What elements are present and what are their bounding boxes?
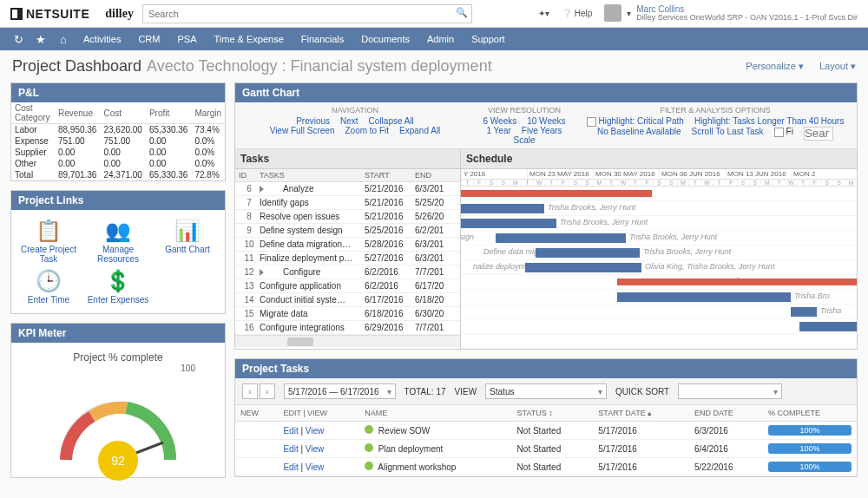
feedback-icon[interactable]: ✦▾ <box>538 9 549 18</box>
quicksort-dropdown[interactable]: ▾ <box>678 383 782 399</box>
pager-next[interactable]: › <box>260 383 275 399</box>
task-row[interactable]: 11Finalize deployment p…5/27/20166/3/201 <box>235 252 460 265</box>
table-row: Edit | View Review SOWNot Started5/17/20… <box>235 422 857 440</box>
nav-crm[interactable]: CRM <box>131 34 167 44</box>
task-row[interactable]: 7Identify gaps5/21/20165/25/20 <box>235 196 460 210</box>
gantt-bar[interactable] <box>799 322 857 331</box>
nav-activities[interactable]: Activities <box>76 34 128 44</box>
nav-support[interactable]: Support <box>464 34 512 44</box>
personalize-link[interactable]: Personalize ▾ <box>746 61 804 72</box>
gantt-fit[interactable]: Zoom to Fit <box>345 126 390 135</box>
filter-fi-check[interactable]: Fi <box>774 127 793 141</box>
kpi-max: 100 <box>20 364 216 373</box>
partner-logo: dilley <box>105 7 134 21</box>
edit-link[interactable]: Edit <box>283 426 298 436</box>
search-icon[interactable]: 🔍 <box>456 7 468 18</box>
gantt-collapse[interactable]: Collapse All <box>369 116 414 126</box>
layout-link[interactable]: Layout ▾ <box>819 61 856 72</box>
gantt-next[interactable]: Next <box>340 116 358 126</box>
project-tasks-table: NEW EDIT | VIEW NAME STATUS ↕ START DATE… <box>235 405 857 476</box>
scroll-last-link[interactable]: Scroll To Last Task <box>692 127 764 141</box>
date-range-dropdown[interactable]: 5/17/2016 — 6/17/2016▾ <box>284 383 396 399</box>
status-dot <box>365 462 373 470</box>
create-project-task-link[interactable]: 📋Create Project Task <box>16 219 81 264</box>
gantt-search[interactable] <box>804 127 833 141</box>
nav-admin[interactable]: Admin <box>420 34 461 44</box>
edit-link[interactable]: Edit <box>283 444 298 454</box>
manage-resources-link[interactable]: 👥Manage Resources <box>86 219 150 264</box>
gantt-6w[interactable]: 6 Weeks <box>483 116 516 126</box>
gantt-scale[interactable]: Scale <box>513 135 535 145</box>
gantt-bar[interactable] <box>461 219 556 228</box>
help-link[interactable]: ❔ Help <box>562 9 592 18</box>
gantt-fullscreen[interactable]: View Full Screen <box>270 126 335 135</box>
gantt-bar[interactable] <box>496 233 626 243</box>
gantt-bar[interactable] <box>791 307 817 317</box>
chevron-down-icon[interactable]: ▾ <box>627 9 631 18</box>
avatar <box>604 4 621 22</box>
star-icon[interactable]: ★ <box>31 33 50 46</box>
long-tasks-link[interactable]: Highlight: Tasks Longer Than 40 Hours <box>694 116 845 127</box>
nav-financials[interactable]: Financials <box>294 34 352 44</box>
search-input[interactable] <box>142 4 472 23</box>
gantt-bar[interactable] <box>461 190 652 197</box>
nav-time-expense[interactable]: Time & Expense <box>207 34 290 44</box>
task-row[interactable]: 15Migrate data6/18/20166/30/20 <box>235 307 460 321</box>
gantt-bar[interactable] <box>461 204 544 213</box>
gantt-prev[interactable]: Previous <box>296 116 330 126</box>
gantt-10w[interactable]: 10 Weeks <box>527 116 565 126</box>
enter-time-link[interactable]: 🕒Enter Time <box>16 269 81 305</box>
gantt-bar[interactable] <box>536 248 640 258</box>
pct-badge: 100% <box>768 425 852 436</box>
gantt-1y[interactable]: 1 Year <box>486 126 510 135</box>
pct-badge: 100% <box>768 443 852 454</box>
gantt-chart-link[interactable]: 📊Gantt Chart <box>155 219 220 264</box>
schedule-header: Schedule <box>461 149 857 169</box>
gantt-bar[interactable] <box>617 278 857 285</box>
user-menu[interactable]: ▾ Marc Collins Dilley Services OneWorld … <box>604 4 858 23</box>
project-links-panel: Project Links 📋Create Project Task 👥Mana… <box>10 190 226 314</box>
task-row[interactable]: 10Define data migration…5/28/20166/3/201 <box>235 238 460 252</box>
task-row[interactable]: 9Define system design5/25/20166/2/201 <box>235 224 460 238</box>
task-row[interactable]: 13Configure application6/2/20166/17/20 <box>235 279 460 293</box>
edit-link[interactable]: Edit <box>283 462 298 472</box>
gantt-bar[interactable] <box>617 292 791 302</box>
people-icon: 👥 <box>86 219 150 243</box>
gantt-5y[interactable]: Five Years <box>522 126 562 135</box>
enter-expenses-link[interactable]: 💲Enter Expenses <box>86 269 150 305</box>
view-link[interactable]: View <box>306 462 325 472</box>
nav-documents[interactable]: Documents <box>354 34 417 44</box>
status-dot <box>365 443 373 452</box>
gantt-expand[interactable]: Expand All <box>399 126 440 135</box>
view-link[interactable]: View <box>306 426 325 436</box>
global-search[interactable]: 🔍 <box>142 4 472 23</box>
nav-psa[interactable]: PSA <box>170 34 203 44</box>
view-dropdown[interactable]: Status▾ <box>485 383 607 399</box>
task-row[interactable]: 12Configure6/2/20167/7/201 <box>235 265 460 279</box>
task-row[interactable]: 14Conduct initial syste…6/17/20166/18/20 <box>235 293 460 307</box>
kpi-gauge: 92 <box>49 382 187 469</box>
home-icon[interactable]: ⌂ <box>54 33 73 46</box>
task-row[interactable]: 16Configure integrations6/29/20167/7/201 <box>235 321 460 335</box>
user-context: Dilley Services OneWorld SRP - OAN V2016… <box>636 14 858 23</box>
clock-icon: 🕒 <box>16 269 81 293</box>
baseline-link[interactable]: No Baseline Available <box>597 127 681 141</box>
expense-icon: 💲 <box>86 269 150 293</box>
project-tasks-title: Project Tasks <box>235 359 857 378</box>
gantt-bar[interactable] <box>525 263 641 272</box>
crit-path-check[interactable]: Highlight: Critical Path <box>587 116 684 127</box>
page-subtitle: Avecto Technology : Financial system dep… <box>147 57 492 75</box>
view-link[interactable]: View <box>306 444 325 454</box>
status-dot <box>365 425 373 434</box>
tasks-scrollbar[interactable] <box>235 335 460 347</box>
gantt-title: Gantt Chart <box>235 83 857 102</box>
pl-title: P&L <box>11 83 225 102</box>
task-row[interactable]: 6Analyze5/21/20166/3/201 <box>235 182 460 196</box>
history-icon[interactable]: ↻ <box>9 33 28 46</box>
kpi-metric-label: Project % complete <box>20 351 216 364</box>
top-bar: NETSUITE dilley 🔍 ✦▾ ❔ Help ▾ Marc Colli… <box>0 0 868 28</box>
pct-badge: 100% <box>768 462 852 472</box>
pager-prev[interactable]: ‹ <box>242 383 258 399</box>
kpi-title: KPI Meter <box>11 324 225 343</box>
task-row[interactable]: 8Resolve open issues5/21/20165/26/20 <box>235 210 460 224</box>
